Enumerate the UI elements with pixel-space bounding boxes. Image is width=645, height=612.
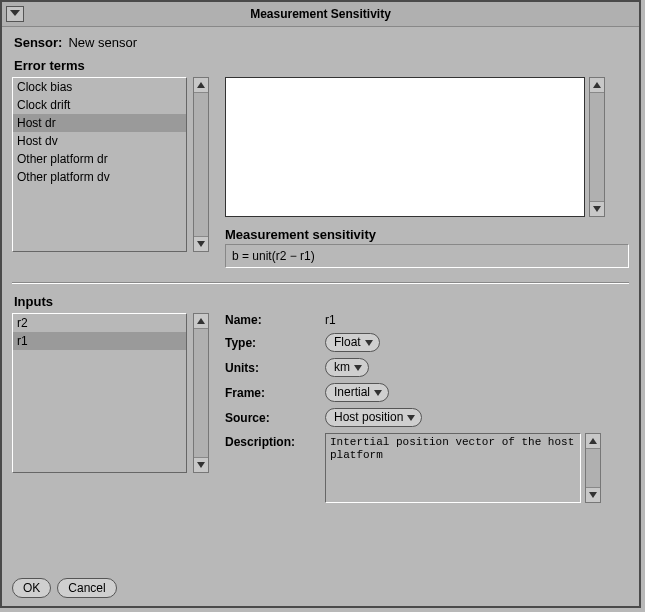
source-label: Source:: [225, 411, 325, 425]
cancel-button[interactable]: Cancel: [57, 578, 116, 598]
description-scrollbar[interactable]: [585, 433, 601, 503]
chevron-down-icon: [374, 390, 382, 396]
svg-marker-7: [365, 340, 373, 346]
canvas-scrollbar[interactable]: [589, 77, 605, 217]
error-terms-listwrap: Clock biasClock driftHost drHost dvOther…: [12, 77, 209, 252]
scroll-up-arrow[interactable]: [194, 314, 208, 329]
source-dropdown[interactable]: Host position: [325, 408, 422, 427]
svg-marker-9: [374, 390, 382, 396]
frame-row: Frame: Inertial: [225, 383, 629, 402]
svg-marker-8: [354, 365, 362, 371]
units-label: Units:: [225, 361, 325, 375]
list-item[interactable]: Host dr: [13, 114, 186, 132]
error-terms-scrollbar[interactable]: [193, 77, 209, 252]
list-item[interactable]: Clock bias: [13, 78, 186, 96]
type-row: Type: Float: [225, 333, 629, 352]
inputs-listbox[interactable]: r2r1: [12, 313, 187, 473]
type-value: Float: [334, 335, 361, 350]
dialog-body: Sensor: New sensor Error terms Clock bia…: [2, 27, 639, 511]
chevron-down-icon: [365, 340, 373, 346]
frame-value: Inertial: [334, 385, 370, 400]
inputs-listwrap: r2r1: [12, 313, 209, 473]
scroll-track[interactable]: [194, 93, 208, 236]
source-row: Source: Host position: [225, 408, 629, 427]
chevron-down-icon: [593, 206, 601, 212]
scroll-up-arrow[interactable]: [590, 78, 604, 93]
frame-label: Frame:: [225, 386, 325, 400]
description-label: Description:: [225, 433, 325, 449]
chevron-down-icon: [407, 415, 415, 421]
name-value: r1: [325, 313, 336, 327]
chevron-down-icon: [197, 241, 205, 247]
list-item[interactable]: r1: [13, 332, 186, 350]
form-column: Name: r1 Type: Float Units: km: [225, 313, 629, 503]
description-row: Description: Intertial position vector o…: [225, 433, 629, 503]
type-dropdown[interactable]: Float: [325, 333, 380, 352]
measurement-title: Measurement sensitivity: [225, 227, 629, 242]
svg-marker-12: [589, 492, 597, 498]
scroll-down-arrow[interactable]: [194, 457, 208, 472]
scroll-up-arrow[interactable]: [194, 78, 208, 93]
window-menu-button[interactable]: [6, 6, 24, 22]
description-wrap: Intertial position vector of the host pl…: [325, 433, 601, 503]
name-label: Name:: [225, 313, 325, 327]
titlebar: Measurement Sensitivity: [2, 2, 639, 27]
list-item[interactable]: Clock drift: [13, 96, 186, 114]
list-item[interactable]: Host dv: [13, 132, 186, 150]
chevron-up-icon: [593, 82, 601, 88]
frame-dropdown[interactable]: Inertial: [325, 383, 389, 402]
lower-panel: r2r1 Name: r1: [12, 313, 629, 503]
plot-canvas[interactable]: [225, 77, 585, 217]
scroll-track[interactable]: [194, 329, 208, 457]
source-value: Host position: [334, 410, 403, 425]
measurement-block: Measurement sensitivity b = unit(r2 − r1…: [225, 227, 629, 268]
scroll-up-arrow[interactable]: [586, 434, 600, 449]
name-row: Name: r1: [225, 313, 629, 327]
svg-marker-11: [589, 438, 597, 444]
inputs-scrollbar[interactable]: [193, 313, 209, 473]
sensor-value: New sensor: [68, 35, 137, 50]
scroll-down-arrow[interactable]: [586, 487, 600, 502]
svg-marker-0: [10, 10, 20, 16]
scroll-down-arrow[interactable]: [194, 236, 208, 251]
svg-marker-1: [197, 82, 205, 88]
chevron-up-icon: [197, 318, 205, 324]
error-terms-title: Error terms: [14, 58, 629, 73]
chevron-down-icon: [354, 365, 362, 371]
scroll-track[interactable]: [590, 93, 604, 201]
upper-panel: Clock biasClock driftHost drHost dvOther…: [12, 77, 629, 268]
chevron-down-icon: [589, 492, 597, 498]
chevron-up-icon: [197, 82, 205, 88]
description-textarea[interactable]: Intertial position vector of the host pl…: [325, 433, 581, 503]
inputs-title: Inputs: [14, 294, 629, 309]
units-value: km: [334, 360, 350, 375]
list-item[interactable]: r2: [13, 314, 186, 332]
error-terms-listbox[interactable]: Clock biasClock driftHost drHost dvOther…: [12, 77, 187, 252]
chevron-down-icon: [10, 10, 20, 16]
scroll-track[interactable]: [586, 449, 600, 487]
svg-marker-3: [593, 82, 601, 88]
canvas-column: Measurement sensitivity b = unit(r2 − r1…: [225, 77, 629, 268]
svg-marker-2: [197, 241, 205, 247]
list-item[interactable]: Other platform dv: [13, 168, 186, 186]
chevron-up-icon: [589, 438, 597, 444]
separator: [12, 282, 629, 284]
chevron-down-icon: [197, 462, 205, 468]
type-label: Type:: [225, 336, 325, 350]
units-dropdown[interactable]: km: [325, 358, 369, 377]
sensor-label: Sensor:: [14, 35, 62, 50]
ok-button[interactable]: OK: [12, 578, 51, 598]
svg-marker-10: [407, 415, 415, 421]
svg-marker-4: [593, 206, 601, 212]
units-row: Units: km: [225, 358, 629, 377]
canvas-row: [225, 77, 629, 217]
formula-box[interactable]: b = unit(r2 − r1): [225, 244, 629, 268]
dialog-window: Measurement Sensitivity Sensor: New sens…: [0, 0, 641, 608]
window-title: Measurement Sensitivity: [250, 7, 391, 21]
list-item[interactable]: Other platform dr: [13, 150, 186, 168]
formula-text: b = unit(r2 − r1): [232, 249, 315, 263]
sensor-row: Sensor: New sensor: [14, 35, 629, 50]
button-row: OK Cancel: [12, 578, 117, 598]
scroll-down-arrow[interactable]: [590, 201, 604, 216]
svg-marker-5: [197, 318, 205, 324]
